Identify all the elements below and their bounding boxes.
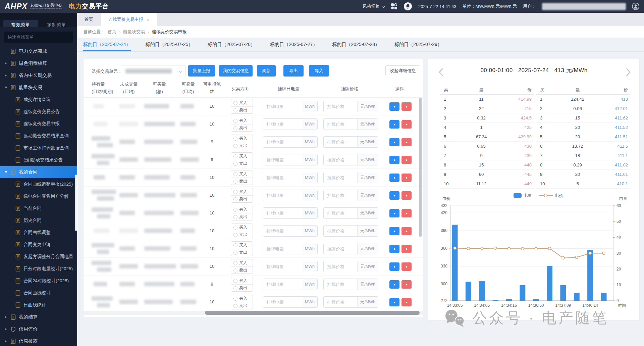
sidebar-item-20[interactable]: 合同曲线统计 xyxy=(0,287,77,299)
tab-home[interactable]: 首页 xyxy=(77,13,101,26)
listing-price-input[interactable] xyxy=(324,190,357,201)
sidebar-item-11[interactable]: 合同曲线调整申报(2025) xyxy=(0,178,77,190)
buy-radio[interactable]: 买入 xyxy=(231,99,253,106)
listing-price-input[interactable] xyxy=(324,226,357,236)
notification-bell-icon[interactable] xyxy=(404,2,412,11)
sidebar-item-14[interactable]: 历史合同 xyxy=(0,214,77,227)
buy-order-row-5[interactable]: 613.72411.5 xyxy=(536,142,630,151)
listing-price-input[interactable] xyxy=(324,172,357,183)
delete-row-button[interactable]: ● xyxy=(401,174,412,182)
delete-row-button[interactable]: ● xyxy=(401,120,412,129)
sidebar-item-23[interactable]: 信用评价 xyxy=(0,323,77,335)
buy-order-row-1[interactable]: 20.06412.01 xyxy=(536,104,630,113)
delete-row-button[interactable]: ● xyxy=(401,280,412,289)
batch-submit-button[interactable]: 批量上报 xyxy=(188,65,215,77)
sidebar-item-8[interactable]: 市场主体持仓数据查询 xyxy=(0,142,77,154)
sidebar-item-10[interactable]: 我的合同 xyxy=(0,166,77,178)
sidebar-item-15[interactable]: 合同曲线调整 xyxy=(0,227,77,239)
buy-radio[interactable]: 买入 xyxy=(231,206,253,213)
sell-radio[interactable]: 卖出 xyxy=(231,266,253,274)
listing-price-input[interactable] xyxy=(324,208,357,218)
sell-order-row-7[interactable]: 815440 xyxy=(440,160,534,170)
submit-row-button[interactable]: ● xyxy=(389,138,399,146)
listing-price-input[interactable] xyxy=(324,154,357,165)
date-tab-4[interactable]: 标的日（2025-07-28） xyxy=(332,38,380,51)
sidebar-item-0[interactable]: 电力交易商城 xyxy=(0,45,77,57)
table-horizontal-scrollbar-thumb[interactable] xyxy=(205,311,420,315)
sidebar-scrollbar-thumb[interactable] xyxy=(75,175,77,231)
table-vertical-scrollbar[interactable] xyxy=(419,98,422,237)
sidebar-item-9[interactable]: (滚撮)成交结果公告 xyxy=(0,154,77,166)
sell-order-row-0[interactable]: 111414.99 xyxy=(440,95,534,104)
buy-radio[interactable]: 买入 xyxy=(231,170,253,178)
trade-unit-select[interactable] xyxy=(122,65,185,77)
listing-price-input[interactable] xyxy=(324,119,357,130)
sidebar-item-17[interactable]: 发起方调整分月合同电量 xyxy=(0,251,77,263)
buy-order-row-9[interactable]: 105410.1 xyxy=(536,179,630,189)
listing-energy-input[interactable] xyxy=(263,172,302,183)
sell-radio[interactable]: 卖出 xyxy=(231,178,253,185)
buy-radio[interactable]: 买入 xyxy=(231,259,253,266)
date-tab-3[interactable]: 标的日（2025-07-27） xyxy=(270,38,318,51)
sidebar-item-13[interactable]: 当前合同 xyxy=(0,202,77,214)
listing-energy-input[interactable] xyxy=(263,119,302,130)
menu-search-input[interactable] xyxy=(4,32,73,43)
delete-row-button[interactable]: ● xyxy=(401,298,412,306)
buy-order-row-0[interactable]: 1124.42413 xyxy=(536,95,630,104)
sell-radio[interactable]: 卖出 xyxy=(231,195,253,203)
buy-order-row-7[interactable]: 80.29411.02 xyxy=(536,160,630,170)
export-button[interactable]: 导出 xyxy=(283,65,304,77)
sell-order-row-3[interactable]: 41425 xyxy=(440,123,534,132)
listing-energy-input[interactable] xyxy=(263,297,302,307)
sidebar-tab-custom-menu[interactable]: 定制菜单 xyxy=(39,20,74,27)
submit-row-button[interactable]: ● xyxy=(389,191,399,200)
legend-volume[interactable]: 电量 xyxy=(514,193,532,198)
submit-row-button[interactable]: ● xyxy=(389,262,399,271)
sidebar-item-22[interactable]: 我的结算 xyxy=(0,311,77,323)
buy-radio[interactable]: 买入 xyxy=(231,153,253,160)
submit-row-button[interactable]: ● xyxy=(389,174,399,182)
listing-energy-input[interactable] xyxy=(263,101,302,112)
delete-row-button[interactable]: ● xyxy=(401,262,412,271)
sidebar-item-3[interactable]: 能量块交易 xyxy=(0,82,77,94)
sidebar-item-5[interactable]: 连续竞价交易公告 xyxy=(0,106,77,118)
refresh-button[interactable]: 刷新 xyxy=(257,65,276,77)
submit-row-button[interactable]: ● xyxy=(389,102,399,111)
sell-order-row-6[interactable]: 79439 xyxy=(440,151,534,160)
listing-energy-input[interactable] xyxy=(263,208,302,218)
sell-radio[interactable]: 卖出 xyxy=(231,160,253,167)
legend-price[interactable]: 电价 xyxy=(539,193,564,198)
buy-order-row-6[interactable]: 718411.1 xyxy=(536,151,630,160)
sidebar-item-12[interactable]: 绿电合同零售用户分解 xyxy=(0,190,77,202)
listing-energy-input[interactable] xyxy=(263,243,302,254)
listing-energy-input[interactable] xyxy=(263,190,302,201)
sell-radio[interactable]: 卖出 xyxy=(231,284,253,292)
submit-row-button[interactable]: ● xyxy=(389,298,399,306)
buy-radio[interactable]: 买入 xyxy=(231,277,253,284)
sidebar-item-4[interactable]: 成交详情查询 xyxy=(0,94,77,106)
tab-continuous-bidding[interactable]: 连续竞价交易申报 × xyxy=(101,13,157,26)
listing-price-input[interactable] xyxy=(324,279,357,290)
buy-order-row-8[interactable]: 920411.01 xyxy=(536,170,630,179)
sidebar-item-6[interactable]: 连续竞价交易申报 xyxy=(0,118,77,130)
sell-order-row-5[interactable]: 60.65430 xyxy=(440,142,534,151)
listing-price-input[interactable] xyxy=(324,137,357,147)
listing-energy-input[interactable] xyxy=(263,279,302,290)
style-switch-button[interactable]: 风格切换 xyxy=(363,3,385,9)
buy-radio[interactable]: 买入 xyxy=(231,117,253,124)
delete-row-button[interactable]: ● xyxy=(401,138,412,146)
buy-order-row-4[interactable]: 520411.51 xyxy=(536,132,630,142)
sell-radio[interactable]: 卖出 xyxy=(231,124,253,132)
submit-row-button[interactable]: ● xyxy=(389,120,399,129)
submit-row-button[interactable]: ● xyxy=(389,156,399,164)
buy-radio[interactable]: 买入 xyxy=(231,135,253,142)
sidebar-item-18[interactable]: 日分时段电量统计(2025) xyxy=(0,263,77,275)
submit-row-button[interactable]: ● xyxy=(389,280,399,289)
buy-radio[interactable]: 买入 xyxy=(231,224,253,231)
delete-row-button[interactable]: ● xyxy=(401,156,412,164)
sell-order-row-1[interactable]: 222415 xyxy=(440,104,534,113)
sell-order-row-4[interactable]: 567.34429.99 xyxy=(440,132,534,142)
sidebar-item-2[interactable]: 省内中长期交易 xyxy=(0,69,77,82)
breadcrumb-home[interactable]: 首页 xyxy=(108,29,116,35)
listing-energy-input[interactable] xyxy=(263,261,302,272)
